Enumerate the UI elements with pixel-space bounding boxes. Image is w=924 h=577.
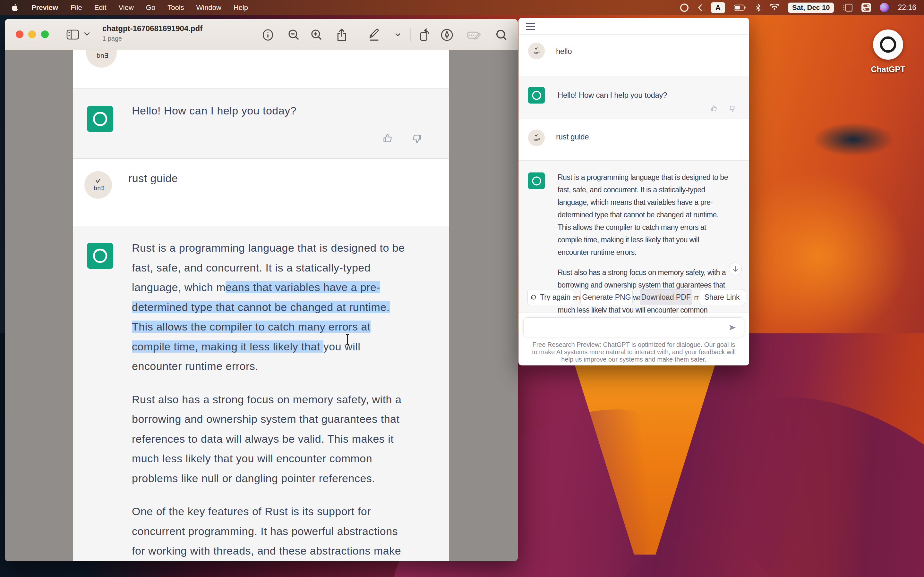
menu-tools[interactable]: Tools xyxy=(162,0,190,15)
draw-pen-button[interactable] xyxy=(440,28,454,42)
feedback-buttons xyxy=(382,133,423,144)
search-button[interactable] xyxy=(494,28,509,42)
zoom-in-button[interactable] xyxy=(310,28,324,42)
user-avatar: bn∃ xyxy=(84,171,112,199)
try-again-label: Try again xyxy=(540,293,570,301)
scroll-to-bottom-button[interactable] xyxy=(729,263,742,276)
retry-icon xyxy=(530,294,537,300)
menu-window[interactable]: Window xyxy=(190,0,228,15)
desktop-icon-chatgpt[interactable]: ChatGPT xyxy=(863,29,913,74)
thumbs-up-icon[interactable] xyxy=(710,105,718,113)
chatgpt-avatar xyxy=(528,172,545,189)
response-paragraph: Rust is a programming language that is d… xyxy=(132,238,449,376)
share-button[interactable] xyxy=(334,28,349,42)
svg-text:bn∃: bn∃ xyxy=(94,185,105,191)
share-link-label: Share Link xyxy=(704,293,740,301)
menubar-date[interactable]: Sat, Dec 10 xyxy=(788,3,834,13)
menu-app-name[interactable]: Preview xyxy=(25,0,65,15)
pdf-row-user-rust-guide: bn∃ rust guide xyxy=(73,159,449,226)
markup-pencil-button[interactable] xyxy=(367,28,381,42)
control-center-icon[interactable] xyxy=(861,3,871,12)
menu-bar-left: Preview File Edit View Go Tools Window H… xyxy=(0,0,254,15)
wallpaper-navy-wedge xyxy=(796,115,911,163)
chat-row-user-hello: bn∃ hello xyxy=(519,35,749,76)
thumbs-up-icon[interactable] xyxy=(382,133,394,144)
chatgpt-avatar xyxy=(87,106,113,132)
apple-menu[interactable] xyxy=(0,0,25,15)
window-title-block: chatgpt-1670681691904.pdf 1 page xyxy=(102,24,202,42)
menu-go[interactable]: Go xyxy=(140,0,162,15)
chatgpt-avatar xyxy=(87,243,113,269)
bluetooth-icon[interactable] xyxy=(755,3,761,12)
menu-edit[interactable]: Edit xyxy=(88,0,113,15)
text-line: This allows the compiler to catch many e… xyxy=(557,221,746,234)
sidebar-toggle-button[interactable] xyxy=(66,28,81,41)
text-line: encounter runtime errors. xyxy=(557,246,746,259)
menu-file[interactable]: File xyxy=(65,0,88,15)
minimize-button[interactable] xyxy=(28,31,36,38)
menu-hamburger-icon[interactable] xyxy=(526,23,535,32)
zoom-button[interactable] xyxy=(41,31,49,38)
battery-icon[interactable] xyxy=(734,5,746,11)
text-line: references to data will always be valid.… xyxy=(132,429,449,449)
chat-input[interactable] xyxy=(523,318,744,337)
user-message-text: hello xyxy=(556,47,572,56)
menu-help[interactable]: Help xyxy=(228,0,254,15)
download-pdf-label: Download PDF xyxy=(641,293,691,301)
markup-dropdown-chevron[interactable] xyxy=(391,28,405,42)
chatgpt-header xyxy=(519,18,749,35)
user-message-text: rust guide xyxy=(556,132,589,141)
chatgpt-window: bn∃ hello Hello! How can I help you toda… xyxy=(519,18,749,366)
assistant-greeting-text: Hello! How can I help you today? xyxy=(557,91,667,100)
desktop-icon-label: ChatGPT xyxy=(863,65,913,74)
zoom-out-button[interactable] xyxy=(287,28,301,42)
share-link-button[interactable]: Share Link xyxy=(699,289,745,305)
feedback-buttons xyxy=(710,105,736,113)
sidebar-chevron-icon[interactable] xyxy=(84,32,90,36)
text-line: compile time, making it less likely that… xyxy=(132,337,449,357)
text-cursor xyxy=(344,334,351,346)
text-line: compile time, making it less likely that… xyxy=(557,234,746,246)
text-line: much less likely that you will encounter… xyxy=(132,449,449,469)
text-line: Rust is a programming language that is d… xyxy=(132,238,449,258)
preview-toolbar xyxy=(258,19,518,50)
chat-row-user-rust-guide: bn∃ rust guide xyxy=(519,119,749,160)
generate-png-button[interactable]: Generate PNG xyxy=(580,289,633,305)
response-paragraph: One of the key features of Rust is its s… xyxy=(132,502,449,561)
menu-view[interactable]: View xyxy=(113,0,140,15)
menu-bar: Preview File Edit View Go Tools Window H… xyxy=(0,0,924,15)
siri-icon[interactable] xyxy=(880,3,889,12)
try-again-button[interactable]: Try again xyxy=(527,289,573,305)
menu-bar-status: A Sat, Dec 10 22:16 xyxy=(680,0,924,15)
text-line: much less likely that you will encounter… xyxy=(557,304,746,313)
chevron-left-icon[interactable] xyxy=(698,4,702,11)
screen-mirroring-icon[interactable] xyxy=(843,3,853,12)
close-button[interactable] xyxy=(16,31,23,38)
svg-text:bn∃: bn∃ xyxy=(533,51,540,55)
window-title: chatgpt-1670681691904.pdf xyxy=(102,24,202,33)
download-pdf-button[interactable]: Download PDF xyxy=(640,289,692,305)
fill-and-sign-button[interactable] xyxy=(467,28,481,42)
pdf-row-assistant-greeting: Hello! How can I help you today? xyxy=(73,88,449,159)
text-line: problems like null or dangling pointer r… xyxy=(132,469,449,488)
control-center-toggle-top xyxy=(863,5,869,7)
preview-titlebar: chatgpt-1670681691904.pdf 1 page xyxy=(5,19,518,50)
menubar-clock[interactable]: 22:16 xyxy=(898,3,916,12)
text-line: fast, safe, and concurrent. It is a stat… xyxy=(132,258,449,278)
send-icon[interactable] xyxy=(728,323,737,332)
chat-row-assistant-greeting: Hello! How can I help you today? xyxy=(519,76,749,119)
text-line: encounter runtime errors. xyxy=(132,356,449,376)
input-source-indicator[interactable]: A xyxy=(711,2,725,13)
user-avatar: bn∃ xyxy=(528,129,545,146)
thumbs-down-icon[interactable] xyxy=(411,133,423,144)
text-line: for working with threads, and these abst… xyxy=(132,541,449,561)
pdf-background: bn∃ Hello! How can I help you today? bn∃ xyxy=(5,50,518,561)
thumbs-down-icon[interactable] xyxy=(728,105,736,113)
info-button[interactable] xyxy=(261,28,275,42)
rotate-button[interactable] xyxy=(417,28,431,42)
openai-menubar-icon[interactable] xyxy=(680,3,689,13)
text-line: fast, safe, and concurrent. It is a stat… xyxy=(557,184,746,196)
wifi-icon[interactable] xyxy=(770,4,779,11)
response-paragraph: Rust also has a strong focus on memory s… xyxy=(132,390,449,488)
text-line: language, which means that variables hav… xyxy=(557,196,746,209)
